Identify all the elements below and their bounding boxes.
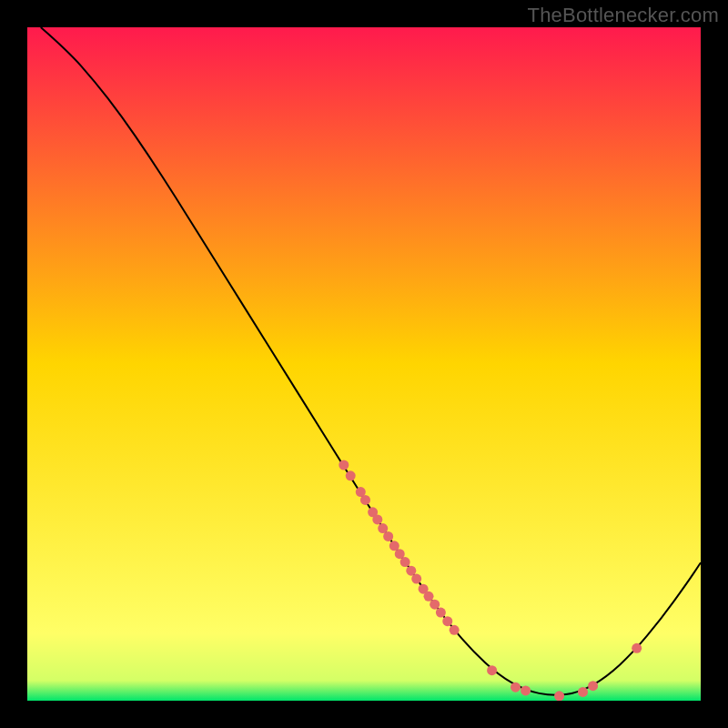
marker-point bbox=[578, 687, 588, 697]
chart-svg bbox=[0, 0, 728, 728]
marker-point bbox=[487, 665, 497, 675]
chart-container: TheBottlenecker.com bbox=[0, 0, 728, 728]
marker-point bbox=[521, 685, 531, 695]
marker-point bbox=[588, 681, 598, 691]
plot-background bbox=[27, 27, 701, 701]
marker-point bbox=[632, 643, 642, 653]
marker-point bbox=[430, 600, 440, 610]
attribution-text: TheBottlenecker.com bbox=[528, 4, 719, 27]
marker-point bbox=[450, 625, 460, 635]
marker-point bbox=[372, 514, 382, 524]
marker-point bbox=[511, 682, 521, 693]
marker-point bbox=[424, 592, 434, 602]
marker-point bbox=[360, 495, 370, 505]
marker-point bbox=[436, 608, 446, 618]
marker-point bbox=[400, 557, 410, 567]
marker-point bbox=[442, 616, 452, 626]
marker-point bbox=[383, 531, 393, 541]
marker-point bbox=[554, 691, 564, 701]
marker-point bbox=[346, 470, 356, 480]
marker-point bbox=[411, 574, 421, 584]
marker-point bbox=[339, 460, 349, 470]
